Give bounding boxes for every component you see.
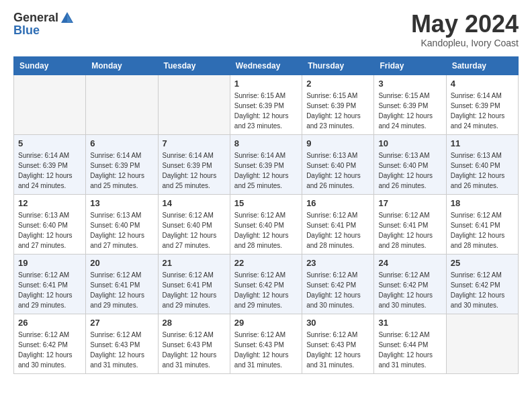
calendar-day-cell — [158, 75, 230, 134]
calendar-day-cell: 15Sunrise: 6:12 AM Sunset: 6:40 PM Dayli… — [230, 194, 302, 254]
day-number: 7 — [163, 138, 226, 148]
day-info: Sunrise: 6:15 AM Sunset: 6:39 PM Dayligh… — [306, 91, 369, 131]
calendar-day-cell: 27Sunrise: 6:12 AM Sunset: 6:43 PM Dayli… — [86, 314, 158, 373]
day-number: 1 — [234, 79, 298, 89]
day-info: Sunrise: 6:12 AM Sunset: 6:41 PM Dayligh… — [18, 270, 81, 310]
calendar-day-cell: 9Sunrise: 6:13 AM Sunset: 6:40 PM Daylig… — [302, 134, 374, 194]
day-number: 28 — [163, 318, 226, 328]
calendar-day-cell: 16Sunrise: 6:12 AM Sunset: 6:41 PM Dayli… — [302, 194, 374, 254]
calendar-day-cell: 19Sunrise: 6:12 AM Sunset: 6:41 PM Dayli… — [14, 254, 86, 314]
day-number: 5 — [18, 138, 81, 148]
day-info: Sunrise: 6:12 AM Sunset: 6:42 PM Dayligh… — [306, 270, 369, 310]
day-of-week-header: Friday — [374, 56, 446, 75]
calendar-day-cell: 26Sunrise: 6:12 AM Sunset: 6:42 PM Dayli… — [14, 314, 86, 373]
day-info: Sunrise: 6:12 AM Sunset: 6:41 PM Dayligh… — [90, 270, 153, 310]
calendar-header-row: SundayMondayTuesdayWednesdayThursdayFrid… — [14, 56, 519, 75]
calendar-day-cell: 6Sunrise: 6:14 AM Sunset: 6:39 PM Daylig… — [86, 134, 158, 194]
day-number: 16 — [306, 198, 369, 208]
day-number: 2 — [306, 79, 369, 89]
location: Kandopleu, Ivory Coast — [411, 38, 519, 48]
day-info: Sunrise: 6:12 AM Sunset: 6:40 PM Dayligh… — [163, 210, 226, 250]
calendar-day-cell: 28Sunrise: 6:12 AM Sunset: 6:43 PM Dayli… — [158, 314, 230, 373]
day-number: 17 — [378, 198, 441, 208]
calendar-week-row: 1Sunrise: 6:15 AM Sunset: 6:39 PM Daylig… — [14, 75, 519, 134]
calendar-day-cell: 1Sunrise: 6:15 AM Sunset: 6:39 PM Daylig… — [230, 75, 302, 134]
day-info: Sunrise: 6:12 AM Sunset: 6:43 PM Dayligh… — [163, 330, 226, 370]
calendar-day-cell: 22Sunrise: 6:12 AM Sunset: 6:42 PM Dayli… — [230, 254, 302, 314]
day-info: Sunrise: 6:15 AM Sunset: 6:39 PM Dayligh… — [378, 91, 441, 131]
calendar-day-cell — [14, 75, 86, 134]
day-info: Sunrise: 6:14 AM Sunset: 6:39 PM Dayligh… — [18, 150, 81, 191]
day-number: 21 — [163, 258, 226, 268]
day-info: Sunrise: 6:12 AM Sunset: 6:41 PM Dayligh… — [306, 210, 369, 250]
calendar-week-row: 12Sunrise: 6:13 AM Sunset: 6:40 PM Dayli… — [14, 194, 519, 254]
logo: General Blue — [13, 11, 75, 38]
day-of-week-header: Thursday — [302, 56, 374, 75]
calendar-day-cell: 23Sunrise: 6:12 AM Sunset: 6:42 PM Dayli… — [302, 254, 374, 314]
day-number: 11 — [451, 138, 514, 148]
calendar-day-cell: 10Sunrise: 6:13 AM Sunset: 6:40 PM Dayli… — [374, 134, 446, 194]
day-info: Sunrise: 6:14 AM Sunset: 6:39 PM Dayligh… — [163, 150, 226, 191]
day-info: Sunrise: 6:13 AM Sunset: 6:40 PM Dayligh… — [90, 210, 153, 250]
day-number: 3 — [378, 79, 441, 89]
calendar-day-cell: 12Sunrise: 6:13 AM Sunset: 6:40 PM Dayli… — [14, 194, 86, 254]
day-of-week-header: Monday — [86, 56, 158, 75]
calendar-day-cell: 4Sunrise: 6:14 AM Sunset: 6:39 PM Daylig… — [446, 75, 518, 134]
day-number: 31 — [378, 318, 441, 328]
day-number: 22 — [234, 258, 298, 268]
calendar-day-cell: 8Sunrise: 6:14 AM Sunset: 6:39 PM Daylig… — [230, 134, 302, 194]
day-info: Sunrise: 6:12 AM Sunset: 6:43 PM Dayligh… — [306, 330, 369, 370]
day-info: Sunrise: 6:12 AM Sunset: 6:42 PM Dayligh… — [234, 270, 298, 310]
day-info: Sunrise: 6:12 AM Sunset: 6:43 PM Dayligh… — [90, 330, 153, 370]
day-info: Sunrise: 6:13 AM Sunset: 6:40 PM Dayligh… — [451, 150, 514, 191]
day-number: 20 — [90, 258, 153, 268]
calendar-day-cell: 5Sunrise: 6:14 AM Sunset: 6:39 PM Daylig… — [14, 134, 86, 194]
day-number: 10 — [378, 138, 441, 148]
day-info: Sunrise: 6:12 AM Sunset: 6:40 PM Dayligh… — [234, 210, 298, 250]
day-number: 4 — [451, 79, 514, 89]
calendar-day-cell: 13Sunrise: 6:13 AM Sunset: 6:40 PM Dayli… — [86, 194, 158, 254]
day-info: Sunrise: 6:12 AM Sunset: 6:42 PM Dayligh… — [378, 270, 441, 310]
calendar-day-cell: 3Sunrise: 6:15 AM Sunset: 6:39 PM Daylig… — [374, 75, 446, 134]
day-number: 23 — [306, 258, 369, 268]
day-number: 27 — [90, 318, 153, 328]
day-info: Sunrise: 6:14 AM Sunset: 6:39 PM Dayligh… — [90, 150, 153, 191]
calendar-day-cell: 14Sunrise: 6:12 AM Sunset: 6:40 PM Dayli… — [158, 194, 230, 254]
day-info: Sunrise: 6:12 AM Sunset: 6:41 PM Dayligh… — [451, 210, 514, 250]
day-info: Sunrise: 6:12 AM Sunset: 6:41 PM Dayligh… — [378, 210, 441, 250]
logo-icon — [60, 11, 75, 26]
calendar-day-cell: 20Sunrise: 6:12 AM Sunset: 6:41 PM Dayli… — [86, 254, 158, 314]
calendar-table: SundayMondayTuesdayWednesdayThursdayFrid… — [13, 56, 519, 374]
calendar-day-cell: 17Sunrise: 6:12 AM Sunset: 6:41 PM Dayli… — [374, 194, 446, 254]
calendar-day-cell: 2Sunrise: 6:15 AM Sunset: 6:39 PM Daylig… — [302, 75, 374, 134]
day-of-week-header: Saturday — [446, 56, 518, 75]
day-info: Sunrise: 6:12 AM Sunset: 6:44 PM Dayligh… — [378, 330, 441, 370]
day-of-week-header: Tuesday — [158, 56, 230, 75]
day-info: Sunrise: 6:12 AM Sunset: 6:43 PM Dayligh… — [234, 330, 298, 370]
day-info: Sunrise: 6:13 AM Sunset: 6:40 PM Dayligh… — [18, 210, 81, 250]
month-title: May 2024 — [411, 11, 519, 38]
day-of-week-header: Wednesday — [230, 56, 302, 75]
calendar-week-row: 26Sunrise: 6:12 AM Sunset: 6:42 PM Dayli… — [14, 314, 519, 373]
day-number: 9 — [306, 138, 369, 148]
day-number: 30 — [306, 318, 369, 328]
calendar-day-cell: 30Sunrise: 6:12 AM Sunset: 6:43 PM Dayli… — [302, 314, 374, 373]
calendar-day-cell: 18Sunrise: 6:12 AM Sunset: 6:41 PM Dayli… — [446, 194, 518, 254]
day-number: 19 — [18, 258, 81, 268]
day-number: 25 — [451, 258, 514, 268]
day-number: 6 — [90, 138, 153, 148]
calendar-day-cell — [86, 75, 158, 134]
day-info: Sunrise: 6:12 AM Sunset: 6:41 PM Dayligh… — [163, 270, 226, 310]
calendar-day-cell: 21Sunrise: 6:12 AM Sunset: 6:41 PM Dayli… — [158, 254, 230, 314]
day-number: 26 — [18, 318, 81, 328]
day-info: Sunrise: 6:12 AM Sunset: 6:42 PM Dayligh… — [451, 270, 514, 310]
day-info: Sunrise: 6:14 AM Sunset: 6:39 PM Dayligh… — [234, 150, 298, 191]
day-number: 12 — [18, 198, 81, 208]
day-number: 13 — [90, 198, 153, 208]
logo-blue: Blue — [13, 24, 75, 38]
day-number: 15 — [234, 198, 298, 208]
title-block: May 2024 Kandopleu, Ivory Coast — [411, 11, 519, 48]
calendar-day-cell: 24Sunrise: 6:12 AM Sunset: 6:42 PM Dayli… — [374, 254, 446, 314]
calendar-day-cell: 11Sunrise: 6:13 AM Sunset: 6:40 PM Dayli… — [446, 134, 518, 194]
day-info: Sunrise: 6:12 AM Sunset: 6:42 PM Dayligh… — [18, 330, 81, 370]
